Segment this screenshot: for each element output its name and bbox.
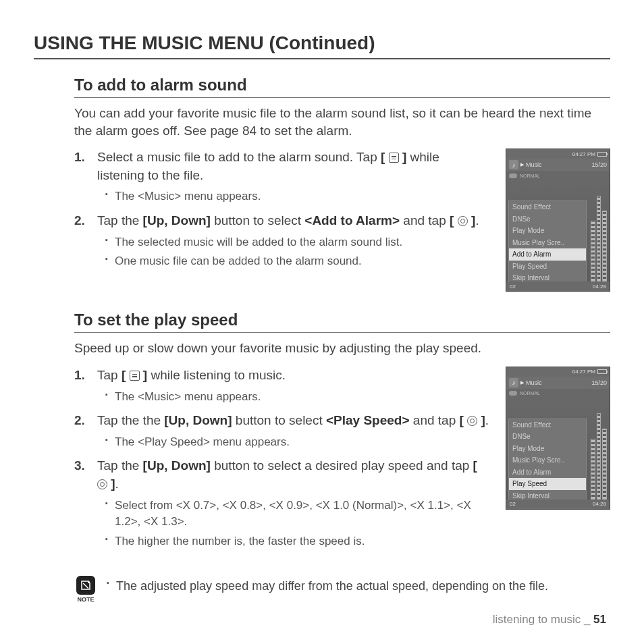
play-arrow-icon: ▶ <box>520 162 524 167</box>
dev-time-right: 04:28 <box>593 284 606 290</box>
music-icon <box>509 160 518 169</box>
intro-alarm: You can add your favorite music file to … <box>74 105 610 139</box>
menu-item: Add to Alarm <box>509 466 586 479</box>
play-arrow-icon: ▶ <box>520 380 524 385</box>
select-icon <box>97 479 107 489</box>
s2-step2-c: button to select <box>232 413 326 427</box>
s2-step3-sub2: The higher the number is, the faster the… <box>105 533 489 550</box>
equalizer-bars <box>591 180 607 281</box>
device-screenshot-speed: 04:27 PM ▶ Music 15/20 NORMAL <box>506 367 610 510</box>
intro-speed: Speed up or slow down your favorite musi… <box>74 340 610 357</box>
s2-step1-a: Tap <box>97 368 122 382</box>
section-heading-speed: To set the play speed <box>74 311 610 333</box>
s2-step3-b: [Up, Down] <box>143 458 211 473</box>
dev-mode: NORMAL <box>520 173 540 178</box>
dev-menu-speed: Sound Effect DNSe Play Mode Music Play S… <box>508 419 587 503</box>
step-2: 2. Tap the the [Up, Down] button to sele… <box>74 412 489 450</box>
menu-icon <box>130 371 140 381</box>
step-1: 1. Select a music file to add to the ala… <box>74 149 489 205</box>
step2-bold-d: <Add to Alarm> <box>304 213 400 227</box>
step2-text-e: and tap <box>400 213 450 227</box>
footer-section: listening to music _ <box>493 613 593 626</box>
menu-item: Play Mode <box>509 225 586 237</box>
mode-pill-icon <box>509 391 517 396</box>
menu-item: Play Speed <box>509 261 586 273</box>
step2-sub2: One music file can be added to the alarm… <box>105 253 489 270</box>
step1-sub1: The <Music> menu appears. <box>105 188 489 205</box>
footer: listening to music _ 51 <box>493 613 606 626</box>
note-label: NOTE <box>77 596 94 603</box>
dev-time-right: 04:28 <box>593 501 606 507</box>
page-title: USING THE MUSIC MENU (Continued) <box>34 32 610 59</box>
dev-menu-alarm: Sound Effect DNSe Play Mode Music Play S… <box>508 200 587 285</box>
step-3: 3. Tap the [Up, Down] button to select a… <box>74 457 489 549</box>
s2-step2-e: and tap <box>410 413 460 427</box>
s2-step2-b: [Up, Down] <box>164 413 232 427</box>
menu-item: Music Play Scre.. <box>509 237 586 249</box>
s2-step3-c: button to select a desired play speed an… <box>211 458 473 473</box>
menu-item-selected: Play Speed <box>509 478 586 490</box>
step2-text-c: button to select <box>211 213 304 227</box>
step2-bold-b: [Up, Down] <box>143 213 211 227</box>
step-2: 2. Tap the [Up, Down] button to select <… <box>74 212 489 270</box>
s2-step3-a: Tap the <box>97 458 143 473</box>
dev-time-left: 02 <box>510 501 516 507</box>
equalizer-bars <box>591 398 607 500</box>
note-text: The adjusted play speed may differ from … <box>107 577 610 595</box>
menu-icon <box>389 153 399 163</box>
s2-step1-sub1: The <Music> menu appears. <box>105 389 489 406</box>
step-1: 1. Tap [ ] while listening to music. The… <box>74 367 489 405</box>
dev-title: Music <box>526 161 542 168</box>
s2-step1-b: while listening to music. <box>147 368 286 382</box>
steps-alarm: 1. Select a music file to add to the ala… <box>74 149 489 270</box>
step2-sub1: The selected music will be added to the … <box>105 234 489 251</box>
dev-clock: 04:27 PM <box>572 369 595 375</box>
menu-item: Play Mode <box>509 443 586 455</box>
menu-item: DNSe <box>509 213 586 225</box>
step2-text-a: Tap the <box>97 213 143 227</box>
footer-page: 51 <box>593 613 606 626</box>
menu-item: DNSe <box>509 431 586 443</box>
battery-icon <box>597 369 607 374</box>
music-icon <box>509 378 518 387</box>
device-screenshot-alarm: 04:27 PM ▶ Music 15/20 NORMAL <box>506 149 610 292</box>
dev-title: Music <box>526 379 542 386</box>
dev-clock: 04:27 PM <box>572 151 595 157</box>
s2-step3-sub1: Select from <X 0.7>, <X 0.8>, <X 0.9>, <… <box>105 498 489 531</box>
dev-counter: 15/20 <box>591 161 607 168</box>
section-heading-alarm: To add to alarm sound <box>74 76 610 98</box>
note-row: NOTE The adjusted play speed may differ … <box>74 576 610 603</box>
content-column: To add to alarm sound You can add your f… <box>34 76 610 603</box>
s2-step2-sub1: The <Play Speed> menu appears. <box>105 434 489 451</box>
select-icon <box>458 216 468 226</box>
menu-item: Sound Effect <box>509 419 586 431</box>
dev-counter: 15/20 <box>591 379 607 386</box>
s2-step2-d: <Play Speed> <box>326 413 410 427</box>
note-icon <box>76 576 95 595</box>
menu-item-selected: Add to Alarm <box>509 248 586 261</box>
steps-speed: 1. Tap [ ] while listening to music. The… <box>74 367 489 550</box>
menu-item: Sound Effect <box>509 201 586 213</box>
section-alarm-row: 1. Select a music file to add to the ala… <box>74 149 610 292</box>
dev-time-left: 02 <box>510 284 516 290</box>
step1-text-a: Select a music file to add to the alarm … <box>97 150 381 164</box>
note-badge: NOTE <box>74 576 97 603</box>
select-icon <box>467 416 477 426</box>
menu-item: Music Play Scre.. <box>509 454 586 466</box>
mode-pill-icon <box>509 173 517 178</box>
s2-step2-a: Tap the the <box>97 413 164 427</box>
dev-mode: NORMAL <box>520 391 540 396</box>
section-speed-row: 1. Tap [ ] while listening to music. The… <box>74 367 610 557</box>
battery-icon <box>597 152 607 157</box>
